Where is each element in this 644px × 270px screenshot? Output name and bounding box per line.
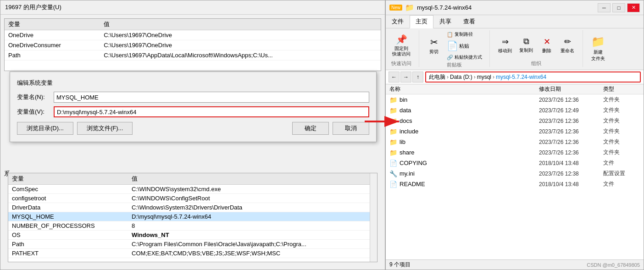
- file-item[interactable]: 📁 lib 2023/7/26 12:36 文件夹: [386, 137, 644, 147]
- sys-var-row[interactable]: NUMBER_OF_PROCESSORS8: [8, 221, 370, 231]
- new-folder-label: 新建文件夹: [591, 49, 605, 62]
- file-name: share: [400, 149, 539, 156]
- cancel-button[interactable]: 取消: [333, 122, 369, 135]
- right-panel: New 📁 mysql-5.7.24-winx64 ─ □ ✕ 文件主页共享查看…: [385, 0, 644, 270]
- minimize-button[interactable]: ─: [598, 3, 611, 12]
- copy-to-button[interactable]: ⧉ 复制到: [516, 35, 536, 55]
- file-date: 2018/10/4 13:48: [539, 181, 603, 187]
- sys-var-val-cell: C:\WINDOWS\system32\cmd.exe: [128, 185, 370, 194]
- up-button[interactable]: ↑: [412, 72, 423, 83]
- var-value-input[interactable]: [54, 106, 369, 117]
- sys-vars-section: 变量 值 ComSpecC:\WINDOWS\system32\cmd.exec…: [8, 173, 378, 262]
- file-date: 2023/7/26 12:36: [539, 139, 603, 145]
- file-date: 2023/7/26 12:36: [539, 118, 603, 124]
- path-active-segment: mysql-5.7.24-winx64: [496, 74, 546, 80]
- ini-icon: 🔧: [389, 170, 397, 177]
- ribbon-tab-主页[interactable]: 主页: [410, 15, 433, 28]
- sys-var-row[interactable]: PathC:\Program Files\Common Files\Oracle…: [8, 240, 370, 249]
- file-type: 配置设置: [603, 170, 640, 177]
- folder-icon: 📁: [389, 96, 397, 104]
- sys-var-row[interactable]: PATHEXTCOM;EXE;BAT;CMD;VBS;VBE;JS;JSE;WS…: [8, 249, 370, 258]
- file-date: 2023/7/26 12:36: [539, 128, 603, 135]
- paste-icon: 📄: [447, 40, 458, 51]
- rename-button[interactable]: ✏ 重命名: [558, 35, 577, 55]
- file-item[interactable]: 📄 COPYING 2018/10/4 13:48 文件: [386, 158, 644, 168]
- var-value-row: 变量值(V):: [17, 106, 369, 117]
- sys-var-row[interactable]: configsetrootC:\WINDOWS\ConfigSetRoot: [8, 194, 370, 203]
- path-segment: Data (D:): [450, 74, 472, 80]
- path-separator: ›: [447, 74, 449, 80]
- col-val: 值: [100, 19, 381, 30]
- sys-var-row[interactable]: ComSpecC:\WINDOWS\system32\cmd.exe: [8, 185, 370, 194]
- window-title: mysql-5.7.24-winx64: [417, 4, 472, 11]
- file-doc-icon: 📄: [389, 181, 397, 188]
- close-button[interactable]: ✕: [627, 3, 640, 12]
- group-items-clipboard: ✂ 剪切 📋 复制路径 📄 粘贴 🔗: [425, 30, 484, 61]
- copy-to-label: 复制到: [519, 47, 533, 54]
- browse-file-button[interactable]: 浏览文件(F)...: [77, 122, 133, 135]
- group-label-quickaccess: 快速访问: [391, 60, 411, 67]
- file-item[interactable]: 📁 data 2023/7/26 12:49 文件夹: [386, 105, 644, 116]
- ok-button[interactable]: 确定: [292, 122, 329, 135]
- sys-var-row[interactable]: DriverDataC:\Windows\System32\Drivers\Dr…: [8, 203, 370, 212]
- sys-var-name-cell: MYSQL_HOME: [8, 212, 128, 221]
- ribbon-tab-查看[interactable]: 查看: [457, 15, 481, 28]
- file-item[interactable]: 📁 bin 2023/7/26 12:36 文件夹: [386, 94, 644, 105]
- nav-buttons: ← → ↑: [389, 72, 423, 83]
- browse-dir-button[interactable]: 浏览目录(D)...: [17, 122, 73, 135]
- title-bar: New 📁 mysql-5.7.24-winx64 ─ □ ✕: [386, 0, 644, 15]
- file-doc-icon: 📄: [389, 160, 397, 167]
- col-header-date: 修改日期: [539, 85, 603, 93]
- new-folder-button[interactable]: 📁 新建文件夹: [588, 34, 608, 63]
- user-var-row[interactable]: PathC:\Users\19697\AppData\Local\Microso…: [5, 50, 381, 61]
- paste-button[interactable]: 📄 粘贴: [445, 39, 484, 52]
- sys-var-val-cell: C:\Program Files\Common Files\Oracle\Jav…: [128, 240, 370, 249]
- copy-path-icon: 📋: [447, 32, 453, 38]
- scrollbar[interactable]: [370, 173, 377, 262]
- file-name: include: [400, 128, 539, 135]
- sys-col-val: 值: [128, 173, 370, 185]
- new-badge: New: [389, 5, 402, 11]
- col-var: 变量: [5, 19, 100, 30]
- copy-to-icon: ⧉: [523, 37, 529, 46]
- var-name-input[interactable]: [54, 92, 369, 103]
- sys-var-name-cell: Path: [8, 240, 128, 249]
- sys-var-row[interactable]: MYSQL_HOMED:\mysql\mysql-5.7.24-winx64: [8, 212, 370, 221]
- file-item[interactable]: 📁 docs 2023/7/26 12:36 文件夹: [386, 116, 644, 126]
- delete-button[interactable]: ✕ 删除: [538, 35, 556, 55]
- back-button[interactable]: ←: [389, 72, 400, 83]
- var-name-cell: Path: [5, 50, 100, 61]
- var-name-label: 变量名(N):: [17, 93, 54, 101]
- file-item[interactable]: 🔧 my.ini 2023/7/26 12:38 配置设置: [386, 168, 644, 179]
- sys-var-name-cell: OS: [8, 231, 128, 240]
- copy-path-button[interactable]: 📋 复制路径: [445, 30, 484, 39]
- user-var-row[interactable]: OneDriveC:\Users\19697\OneDrive: [5, 30, 381, 40]
- user-vars-title: 19697 的用户变量(U): [0, 0, 385, 15]
- address-path[interactable]: 此电脑 › Data (D:) › mysql › mysql-5.7.24-w…: [425, 72, 641, 83]
- paste-shortcut-button[interactable]: 🔗 粘贴快捷方式: [445, 53, 484, 61]
- cut-button[interactable]: ✂ 剪切: [425, 35, 443, 56]
- user-var-row[interactable]: OneDriveConsumerC:\Users\19697\OneDrive: [5, 40, 381, 50]
- delete-label: 删除: [542, 48, 551, 54]
- rename-icon: ✏: [564, 37, 571, 47]
- ribbon-tab-共享[interactable]: 共享: [433, 15, 457, 28]
- file-item[interactable]: 📁 share 2023/7/26 12:36 文件夹: [386, 147, 644, 158]
- sys-var-row[interactable]: OSWindows_NT: [8, 231, 370, 240]
- file-name: data: [400, 107, 539, 114]
- forward-button[interactable]: →: [400, 72, 411, 83]
- maximize-button[interactable]: □: [612, 3, 625, 12]
- file-item[interactable]: 📁 include 2023/7/26 12:36 文件夹: [386, 126, 644, 137]
- var-val-cell: C:\Users\19697\OneDrive: [100, 40, 381, 50]
- move-to-button[interactable]: ⇒ 移动到: [495, 35, 515, 55]
- user-vars-table: 变量 值 OneDriveC:\Users\19697\OneDriveOneD…: [5, 19, 381, 61]
- delete-icon: ✕: [544, 37, 550, 47]
- var-name-row: 变量名(N):: [17, 92, 369, 103]
- window-controls: ─ □ ✕: [598, 3, 640, 12]
- pin-quickaccess-button[interactable]: 📌 固定到快速访问: [389, 33, 413, 58]
- sys-var-val-cell: 8: [128, 221, 370, 231]
- path-segment: 此电脑: [429, 73, 445, 81]
- file-type: 文件夹: [603, 96, 640, 104]
- file-item[interactable]: 📄 README 2018/10/4 13:48 文件: [386, 179, 644, 189]
- var-val-cell: C:\Users\19697\AppData\Local\Microsoft\W…: [100, 50, 381, 61]
- ribbon-tab-文件[interactable]: 文件: [386, 15, 410, 28]
